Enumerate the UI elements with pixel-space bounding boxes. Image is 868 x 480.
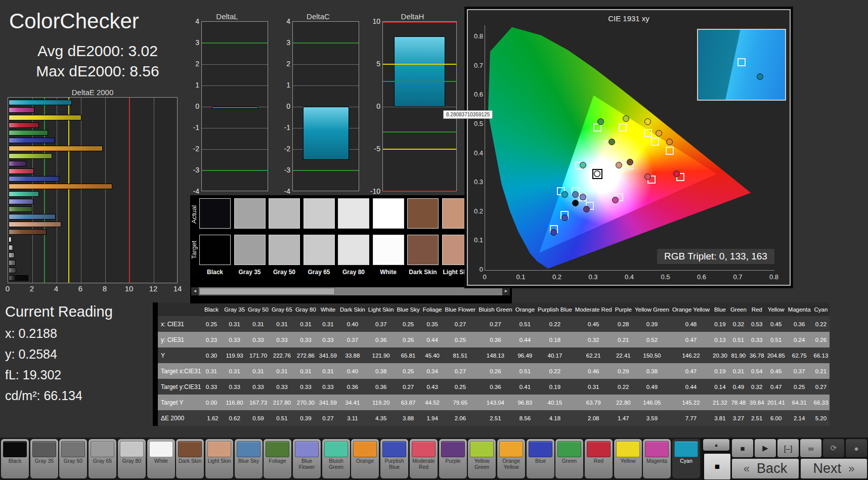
delta-e-title: DeltaE 2000 [8, 88, 178, 97]
table-row: Target x:CIE310.310.310.310.310.310.310.… [155, 363, 830, 379]
table-cell: 21.32 [711, 395, 729, 410]
tile-swatch [32, 441, 56, 457]
loop-button[interactable]: ∞ [800, 439, 821, 457]
palette-tile-black[interactable]: Black [1, 439, 29, 478]
interval-button[interactable]: [–] [777, 439, 799, 457]
next-button[interactable]: Next » [801, 459, 867, 478]
palette-tile-light-skin[interactable]: Light Skin [205, 439, 233, 478]
reference-line [129, 98, 130, 283]
palette-tile-purplish-blue[interactable]: Purplish Blue [380, 439, 408, 478]
up-button[interactable]: ▲ [703, 439, 729, 451]
column-header: Yellow [766, 302, 787, 316]
table-cell: 0.31 [246, 363, 270, 379]
measured-marker [550, 229, 557, 236]
table-cell: 0.31 [270, 363, 294, 379]
page-title: ColorChecker [9, 9, 139, 33]
table-cell: 62.75 [787, 347, 812, 363]
palette-tile-gray-35[interactable]: Gray 35 [30, 439, 58, 478]
table-cell: 96.83 [514, 395, 536, 410]
sample-window-button[interactable]: ■ [703, 453, 731, 480]
reference-line [383, 81, 456, 82]
rgb-triplet: RGB Triplet: 0, 133, 163 [657, 249, 774, 264]
tile-label: Light Skin [206, 458, 233, 464]
table-cell: 0.31 [294, 363, 318, 379]
palette-tile-yellow[interactable]: Yellow [614, 439, 642, 478]
cie-x-tick-label: 0.1 [513, 273, 529, 281]
table-cell: 0.25 [203, 316, 223, 332]
table-cell: 0.39 [633, 316, 671, 332]
cie-x-tick-label: 0.5 [658, 273, 673, 281]
palette-tile-blue-sky[interactable]: Blue Sky [235, 439, 263, 478]
reference-line [202, 170, 268, 171]
table-cell: 167.73 [246, 395, 270, 410]
tile-swatch [237, 441, 261, 457]
palette-tile-white[interactable]: White [147, 439, 175, 478]
back-button[interactable]: « Back [732, 459, 799, 478]
column-header: Magenta [787, 302, 812, 316]
record-button[interactable]: ● [846, 439, 867, 457]
stop-button[interactable]: ■ [732, 439, 753, 457]
palette-tile-green[interactable]: Green [555, 439, 583, 478]
reference-line [293, 42, 359, 43]
x-tick-label: 2 [25, 284, 39, 293]
measured-marker [561, 214, 568, 221]
palette-tile-gray-50[interactable]: Gray 50 [59, 439, 87, 478]
palette-tile-bluish-green[interactable]: Bluish Green [322, 439, 350, 478]
palette-tile-moderate-red[interactable]: Moderate Red [410, 439, 438, 478]
play-button[interactable]: ▶ [755, 439, 776, 457]
palette-tile-dark-skin[interactable]: Dark Skin [176, 439, 204, 478]
palette-tile-magenta[interactable]: Magenta [643, 439, 671, 478]
palette-tile-red[interactable]: Red [585, 439, 613, 478]
y-tick-label: -2 [186, 145, 199, 153]
gridline [202, 149, 268, 150]
table-cell: 0.30 [203, 347, 223, 363]
palette-tile-gray-65[interactable]: Gray 65 [89, 439, 116, 478]
delta-e-bars [8, 98, 177, 283]
swatch-label: Gray 80 [336, 269, 371, 276]
table-cell: 0.47 [671, 332, 711, 347]
scroll-right-button[interactable]: ► [502, 287, 510, 295]
tile-label: Moderate Red [410, 458, 437, 470]
table-cell: 0.26 [395, 332, 421, 347]
palette-tile-orange[interactable]: Orange [351, 439, 379, 478]
palette-tile-purple[interactable]: Purple [439, 439, 467, 478]
scroll-thumb[interactable] [199, 288, 335, 295]
palette-tile-cyan[interactable]: Cyan [672, 439, 700, 478]
table-cell: 0.31 [294, 316, 318, 332]
table-cell: 0.51 [766, 332, 787, 347]
table-cell: 0.13 [711, 332, 729, 347]
delta-e-bar [9, 107, 34, 113]
tile-label: Yellow Green [468, 458, 495, 470]
table-cell: 204.85 [766, 347, 787, 363]
y-tick-label: -1 [277, 123, 290, 132]
table-cell: 1.94 [421, 410, 444, 426]
tile-swatch [353, 441, 377, 457]
refresh-button[interactable]: ⟳ [823, 439, 844, 457]
palette-tile-gray-80[interactable]: Gray 80 [118, 439, 146, 478]
column-header: Dark Skin [338, 302, 367, 316]
target-swatch [234, 235, 266, 265]
table-cell: 0.49 [729, 379, 748, 395]
target-marker [644, 129, 652, 137]
table-cell: 171.70 [246, 347, 270, 363]
table-cell: 0.37 [367, 316, 396, 332]
delta-e-bar [9, 237, 12, 242]
row-label: ΔE 2000 [155, 410, 203, 426]
palette-tile-foliage[interactable]: Foliage [264, 439, 291, 478]
target-marker [651, 138, 659, 146]
palette-tile-yellow-green[interactable]: Yellow Green [468, 439, 496, 478]
palette-tile-orange-yellow[interactable]: Orange Yellow [497, 439, 525, 478]
table-cell: 119.93 [223, 347, 246, 363]
tile-swatch [91, 441, 114, 457]
measured-marker [656, 130, 662, 137]
palette-tile-blue-flower[interactable]: Blue Flower [293, 439, 321, 478]
palette-tile-blue[interactable]: Blue [527, 439, 554, 478]
scroll-left-button[interactable]: ◄ [191, 287, 199, 295]
cie-y-tick-label: 0.5 [469, 120, 483, 127]
swatch-scrollbar[interactable]: ◄ ► [191, 287, 510, 295]
delta-c-chart: DeltaC 43210-1-2-3-4 [277, 12, 359, 200]
cie-y-tick-label: 0.2 [469, 207, 483, 215]
table-cell: 40.17 [536, 347, 574, 363]
table-cell: 0.59 [246, 410, 270, 426]
cie-y-tick-label: 0.8 [469, 32, 483, 40]
